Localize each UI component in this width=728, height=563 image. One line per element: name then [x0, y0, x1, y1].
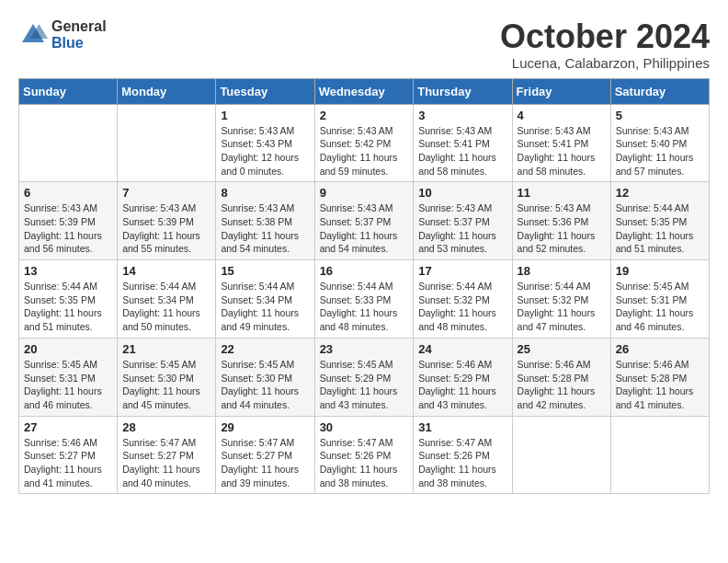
calendar-cell: 24Sunrise: 5:46 AMSunset: 5:29 PMDayligh…	[414, 338, 512, 416]
daylight-text: Daylight: 11 hours and 41 minutes.	[24, 463, 112, 489]
daylight-text: Daylight: 11 hours and 47 minutes.	[518, 306, 606, 333]
day-number: 8	[221, 186, 309, 200]
calendar-cell: 25Sunrise: 5:46 AMSunset: 5:28 PMDayligh…	[512, 338, 610, 416]
sunrise-text: Sunrise: 5:45 AM	[122, 358, 210, 372]
calendar-cell: 6Sunrise: 5:43 AMSunset: 5:39 PMDaylight…	[19, 182, 118, 260]
cell-content: Sunrise: 5:44 AMSunset: 5:32 PMDaylight:…	[418, 280, 506, 334]
calendar-cell: 22Sunrise: 5:45 AMSunset: 5:30 PMDayligh…	[216, 338, 314, 416]
sunrise-text: Sunrise: 5:46 AM	[24, 436, 112, 450]
calendar-cell: 30Sunrise: 5:47 AMSunset: 5:26 PMDayligh…	[314, 416, 414, 494]
sunset-text: Sunset: 5:28 PM	[518, 372, 606, 385]
calendar-cell: 8Sunrise: 5:43 AMSunset: 5:38 PMDaylight…	[216, 182, 314, 260]
cell-content: Sunrise: 5:46 AMSunset: 5:28 PMDaylight:…	[616, 358, 704, 412]
cell-content: Sunrise: 5:45 AMSunset: 5:30 PMDaylight:…	[122, 358, 210, 412]
sunrise-text: Sunrise: 5:43 AM	[221, 124, 309, 138]
cell-content: Sunrise: 5:44 AMSunset: 5:34 PMDaylight:…	[221, 280, 309, 334]
sunrise-text: Sunrise: 5:45 AM	[320, 358, 409, 372]
sunrise-text: Sunrise: 5:45 AM	[24, 358, 112, 372]
sunset-text: Sunset: 5:28 PM	[616, 372, 704, 385]
cell-content: Sunrise: 5:45 AMSunset: 5:29 PMDaylight:…	[320, 358, 409, 412]
calendar-week-row: 20Sunrise: 5:45 AMSunset: 5:31 PMDayligh…	[19, 338, 710, 416]
day-number: 11	[518, 186, 606, 200]
day-number: 23	[320, 342, 409, 356]
calendar-cell: 13Sunrise: 5:44 AMSunset: 5:35 PMDayligh…	[19, 260, 118, 339]
sunset-text: Sunset: 5:35 PM	[24, 293, 112, 307]
daylight-text: Daylight: 11 hours and 40 minutes.	[122, 463, 210, 489]
cell-content: Sunrise: 5:43 AMSunset: 5:36 PMDaylight:…	[518, 201, 606, 256]
daylight-text: Daylight: 11 hours and 38 minutes.	[418, 463, 506, 489]
calendar-cell: 20Sunrise: 5:45 AMSunset: 5:31 PMDayligh…	[19, 338, 118, 416]
sunrise-text: Sunrise: 5:44 AM	[24, 280, 112, 293]
calendar-cell	[512, 416, 610, 494]
header-tuesday: Tuesday	[216, 78, 314, 104]
calendar-cell: 16Sunrise: 5:44 AMSunset: 5:33 PMDayligh…	[314, 260, 414, 339]
sunrise-text: Sunrise: 5:45 AM	[221, 358, 309, 372]
cell-content: Sunrise: 5:45 AMSunset: 5:31 PMDaylight:…	[24, 358, 112, 412]
daylight-text: Daylight: 11 hours and 41 minutes.	[616, 385, 704, 411]
sunset-text: Sunset: 5:32 PM	[518, 293, 606, 307]
sunset-text: Sunset: 5:27 PM	[122, 449, 210, 463]
calendar-cell: 28Sunrise: 5:47 AMSunset: 5:27 PMDayligh…	[118, 416, 216, 494]
cell-content: Sunrise: 5:46 AMSunset: 5:29 PMDaylight:…	[418, 358, 506, 412]
day-number: 29	[221, 420, 309, 434]
calendar-cell: 12Sunrise: 5:44 AMSunset: 5:35 PMDayligh…	[610, 182, 709, 260]
sunrise-text: Sunrise: 5:45 AM	[616, 280, 704, 293]
daylight-text: Daylight: 11 hours and 43 minutes.	[418, 385, 506, 411]
sunset-text: Sunset: 5:27 PM	[221, 449, 309, 463]
sunset-text: Sunset: 5:41 PM	[418, 137, 506, 151]
cell-content: Sunrise: 5:44 AMSunset: 5:35 PMDaylight:…	[24, 280, 112, 334]
logo-general-label: General	[51, 18, 107, 35]
sunrise-text: Sunrise: 5:43 AM	[418, 201, 506, 215]
cell-content: Sunrise: 5:46 AMSunset: 5:28 PMDaylight:…	[518, 358, 606, 412]
calendar-cell: 31Sunrise: 5:47 AMSunset: 5:26 PMDayligh…	[414, 416, 512, 494]
daylight-text: Daylight: 11 hours and 53 minutes.	[418, 229, 506, 256]
sunset-text: Sunset: 5:35 PM	[616, 215, 704, 229]
daylight-text: Daylight: 11 hours and 46 minutes.	[616, 306, 704, 333]
daylight-text: Daylight: 11 hours and 58 minutes.	[418, 151, 506, 178]
sunrise-text: Sunrise: 5:44 AM	[518, 280, 606, 293]
daylight-text: Daylight: 11 hours and 58 minutes.	[518, 151, 606, 178]
daylight-text: Daylight: 11 hours and 43 minutes.	[320, 385, 409, 411]
cell-content: Sunrise: 5:45 AMSunset: 5:31 PMDaylight:…	[616, 280, 704, 334]
sunset-text: Sunset: 5:29 PM	[320, 372, 409, 385]
calendar-week-row: 27Sunrise: 5:46 AMSunset: 5:27 PMDayligh…	[19, 416, 710, 494]
day-number: 17	[418, 264, 506, 278]
day-number: 25	[518, 342, 606, 356]
day-number: 20	[24, 342, 112, 356]
cell-content: Sunrise: 5:43 AMSunset: 5:40 PMDaylight:…	[616, 124, 704, 178]
calendar-cell: 11Sunrise: 5:43 AMSunset: 5:36 PMDayligh…	[512, 182, 610, 260]
title-block: October 2024 Lucena, Calabarzon, Philipp…	[500, 18, 710, 71]
day-number: 6	[24, 186, 112, 200]
calendar-cell: 4Sunrise: 5:43 AMSunset: 5:41 PMDaylight…	[512, 104, 610, 182]
daylight-text: Daylight: 11 hours and 38 minutes.	[320, 463, 409, 489]
cell-content: Sunrise: 5:43 AMSunset: 5:43 PMDaylight:…	[221, 124, 309, 178]
day-number: 14	[122, 264, 210, 278]
sunset-text: Sunset: 5:29 PM	[418, 372, 506, 385]
header-thursday: Thursday	[414, 78, 512, 104]
sunset-text: Sunset: 5:34 PM	[221, 293, 309, 307]
sunset-text: Sunset: 5:41 PM	[518, 137, 606, 151]
day-number: 28	[122, 420, 210, 434]
sunset-text: Sunset: 5:30 PM	[122, 372, 210, 385]
sunrise-text: Sunrise: 5:43 AM	[221, 201, 309, 215]
sunset-text: Sunset: 5:30 PM	[221, 372, 309, 385]
daylight-text: Daylight: 11 hours and 49 minutes.	[221, 306, 309, 333]
header-sunday: Sunday	[19, 78, 118, 104]
day-number: 5	[616, 109, 704, 122]
day-number: 13	[24, 264, 112, 278]
sunrise-text: Sunrise: 5:43 AM	[320, 201, 409, 215]
daylight-text: Daylight: 11 hours and 57 minutes.	[616, 151, 704, 178]
sunrise-text: Sunrise: 5:43 AM	[418, 124, 506, 138]
calendar-cell: 29Sunrise: 5:47 AMSunset: 5:27 PMDayligh…	[216, 416, 314, 494]
cell-content: Sunrise: 5:45 AMSunset: 5:30 PMDaylight:…	[221, 358, 309, 412]
sunrise-text: Sunrise: 5:46 AM	[518, 358, 606, 372]
calendar-cell: 17Sunrise: 5:44 AMSunset: 5:32 PMDayligh…	[414, 260, 512, 339]
sunset-text: Sunset: 5:26 PM	[320, 449, 409, 463]
cell-content: Sunrise: 5:43 AMSunset: 5:42 PMDaylight:…	[320, 124, 409, 178]
cell-content: Sunrise: 5:43 AMSunset: 5:41 PMDaylight:…	[418, 124, 506, 178]
day-number: 30	[320, 420, 409, 434]
calendar-cell: 19Sunrise: 5:45 AMSunset: 5:31 PMDayligh…	[610, 260, 709, 339]
calendar-cell: 14Sunrise: 5:44 AMSunset: 5:34 PMDayligh…	[118, 260, 216, 339]
sunrise-text: Sunrise: 5:47 AM	[418, 436, 506, 450]
calendar-cell	[19, 104, 118, 182]
